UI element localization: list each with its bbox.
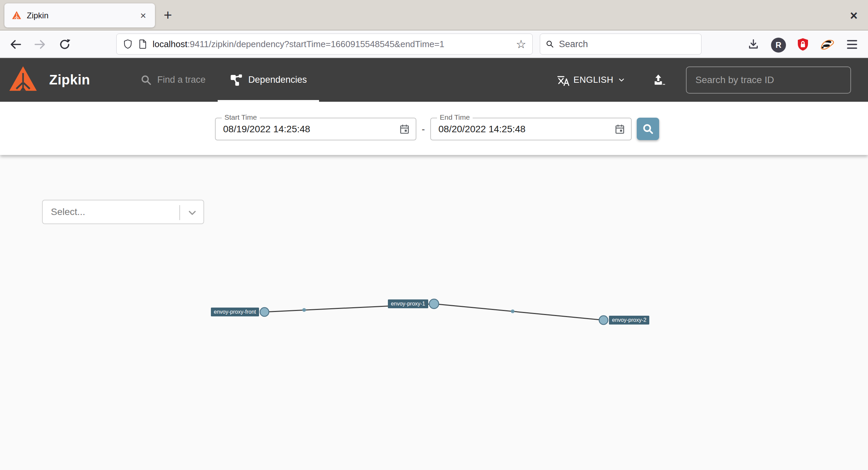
zipkin-header-right: ENGLISH (556, 58, 868, 102)
graph-node-envoy-proxy-front[interactable] (260, 308, 269, 316)
graph-edge-envoy-proxy-1-to-envoy-proxy-2 (434, 304, 604, 320)
red-shield-lock-icon (796, 37, 810, 52)
find-trace-search-icon (140, 74, 152, 86)
zipkin-logo (8, 64, 38, 96)
nav-dependencies[interactable]: Dependencies (218, 58, 319, 102)
graph-node-envoy-proxy-1[interactable] (429, 299, 439, 309)
translate-icon (556, 74, 569, 86)
start-time-label: Start Time (222, 113, 260, 121)
extension-r-button[interactable]: R (771, 38, 786, 53)
downloads-button[interactable] (746, 37, 761, 52)
start-time-calendar-button[interactable] (397, 121, 412, 137)
edge-traffic-dot (302, 308, 306, 312)
start-time-field[interactable]: Start Time (215, 118, 416, 140)
extension-security-button[interactable] (795, 37, 810, 52)
end-time-field[interactable]: End Time (430, 118, 632, 140)
upload-trace-button[interactable] (652, 73, 666, 87)
browser-window: Zipkin × + × (0, 0, 868, 470)
dependencies-icon (230, 74, 243, 86)
url-bar[interactable]: localhost:9411/zipkin/dependency?startTi… (116, 34, 533, 55)
browser-titlebar: Zipkin × + × (0, 0, 868, 31)
url-text[interactable]: localhost:9411/zipkin/dependency?startTi… (153, 39, 513, 50)
hamburger-icon (847, 40, 857, 49)
zipkin-favicon (12, 11, 21, 21)
nav-find-a-trace[interactable]: Find a trace (128, 58, 218, 102)
trace-id-search-input[interactable] (686, 66, 851, 94)
back-button[interactable] (8, 37, 23, 52)
nav-dependencies-label: Dependencies (248, 75, 307, 85)
search-icon (546, 39, 554, 49)
edge-traffic-dot (511, 310, 515, 313)
page-info-icon[interactable] (138, 39, 148, 50)
browser-toolbar: localhost:9411/zipkin/dependency?startTi… (0, 31, 868, 58)
start-time-input[interactable] (216, 118, 416, 140)
upload-icon (652, 73, 666, 87)
brand-title: Zipkin (49, 72, 90, 87)
end-time-input[interactable] (431, 118, 631, 140)
menu-button[interactable] (845, 37, 860, 52)
browser-tab-zipkin[interactable]: Zipkin × (4, 3, 155, 27)
graph-node-envoy-proxy-2[interactable] (599, 316, 608, 325)
reload-icon (58, 38, 71, 51)
browser-search-bar[interactable] (540, 34, 702, 55)
tab-title: Zipkin (27, 11, 137, 20)
dependency-graph-canvas (0, 155, 868, 470)
dependency-graph: envoy-proxy-frontenvoy-proxy-1envoy-prox… (0, 155, 868, 470)
end-time-calendar-button[interactable] (612, 121, 628, 137)
zipkin-header: Zipkin Find a trace Dependencies (0, 58, 868, 102)
browser-search-input[interactable] (559, 39, 696, 50)
reload-button[interactable] (57, 37, 72, 52)
zipkin-nav: Find a trace Dependencies (128, 58, 319, 102)
graph-node-label-envoy-proxy-1[interactable]: envoy-proxy-1 (388, 299, 428, 308)
forward-icon (34, 38, 46, 51)
calendar-icon (399, 124, 410, 135)
end-time-label: End Time (437, 113, 473, 121)
forward-button[interactable] (33, 37, 47, 52)
graph-node-label-envoy-proxy-2[interactable]: envoy-proxy-2 (609, 316, 649, 325)
new-tab-button[interactable]: + (159, 6, 177, 24)
time-range-bar: Start Time - End Time (0, 102, 868, 155)
calendar-icon (614, 124, 625, 135)
badger-icon (820, 38, 835, 51)
time-range-separator: - (416, 118, 430, 140)
bookmark-star-icon[interactable]: ☆ (516, 37, 526, 51)
dependencies-content: Select... envoy-proxy-frontenvoy-proxy-1… (0, 155, 868, 470)
language-selector[interactable]: ENGLISH (556, 74, 626, 86)
back-icon (9, 38, 22, 51)
search-icon (642, 122, 654, 135)
download-icon (747, 38, 760, 51)
language-label: ENGLISH (573, 75, 613, 85)
url-path: :9411/zipkin/dependency?startTime=166091… (188, 39, 445, 49)
nav-find-a-trace-label: Find a trace (157, 75, 206, 85)
graph-node-label-envoy-proxy-front[interactable]: envoy-proxy-front (211, 308, 259, 316)
url-host: localhost (153, 39, 188, 49)
url-fade-overlay (482, 39, 513, 50)
window-close-button[interactable]: × (846, 7, 862, 24)
extension-privacy-badger-button[interactable] (820, 37, 835, 52)
tracking-shield-icon[interactable] (123, 39, 133, 50)
zipkin-brand[interactable]: Zipkin (8, 58, 90, 102)
tab-close-button[interactable]: × (137, 10, 149, 21)
dependencies-search-button[interactable] (637, 118, 659, 140)
chevron-down-icon (617, 76, 626, 84)
